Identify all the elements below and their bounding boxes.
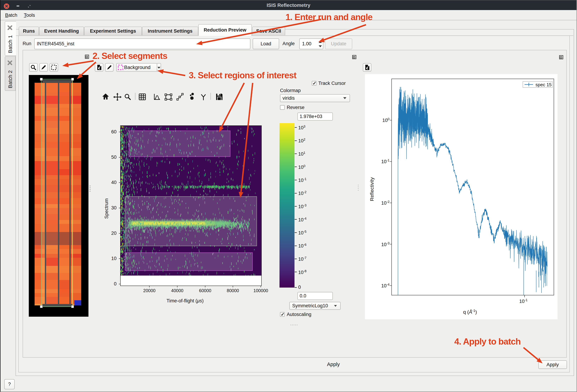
svg-text:spec 15: spec 15	[536, 82, 552, 87]
